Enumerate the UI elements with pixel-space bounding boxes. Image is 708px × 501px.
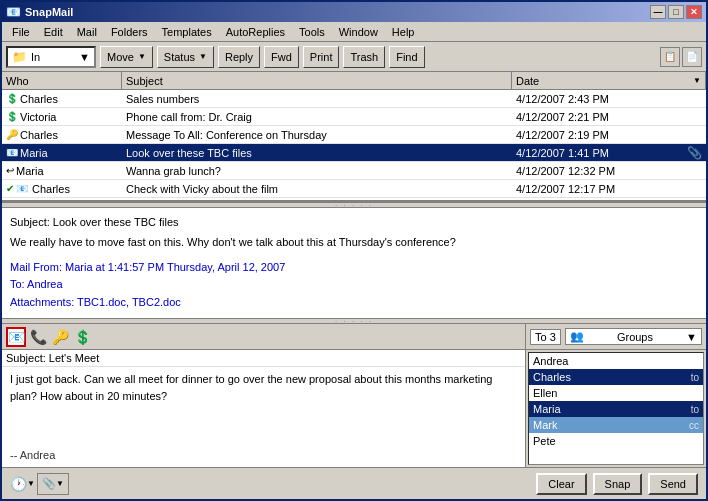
email-row[interactable]: 💲 Charles Sales numbers 4/12/2007 2:43 P… (2, 90, 706, 108)
col-header-date[interactable]: Date ▼ (512, 72, 706, 89)
email-date-1: 4/12/2007 2:43 PM (512, 93, 706, 105)
copy-buttons: 📋 📄 (660, 47, 702, 67)
status-button[interactable]: Status ▼ (157, 46, 214, 68)
recipient-row-ellen[interactable]: Ellen (529, 385, 703, 401)
title-buttons: — □ ✕ (650, 5, 702, 19)
email-subject-5: Wanna grab lunch? (122, 165, 512, 177)
recipient-tag-charles: to (691, 372, 699, 383)
recipient-tag-mark: cc (689, 420, 699, 431)
menu-edit[interactable]: Edit (38, 24, 69, 40)
paperclip-icon: 📎 (42, 477, 56, 490)
folder-dropdown-arrow: ▼ (79, 51, 90, 63)
snap-button[interactable]: Snap (593, 473, 643, 495)
copy-btn-1[interactable]: 📋 (660, 47, 680, 67)
app-icon: 📧 (6, 5, 21, 19)
menu-autoreplies[interactable]: AutoReplies (220, 24, 291, 40)
row-icon-1: 💲 (6, 93, 18, 104)
status-label: Status (164, 51, 195, 63)
groups-dropdown[interactable]: 👥 Groups ▼ (565, 328, 702, 345)
recipient-row-mark[interactable]: Mark cc (529, 417, 703, 433)
print-button[interactable]: Print (303, 46, 340, 68)
groups-label: Groups (617, 331, 653, 343)
menu-templates[interactable]: Templates (156, 24, 218, 40)
compose-body[interactable]: I just got back. Can we all meet for din… (2, 367, 525, 467)
to-badge[interactable]: To 3 (530, 329, 561, 345)
send-button[interactable]: Send (648, 473, 698, 495)
main-window: 📧 SnapMail — □ ✕ File Edit Mail Folders … (0, 0, 708, 501)
menu-tools[interactable]: Tools (293, 24, 331, 40)
app-title: SnapMail (25, 6, 73, 18)
move-button[interactable]: Move ▼ (100, 46, 153, 68)
preview-subject: Subject: Look over these TBC files (10, 216, 698, 228)
email-who-1: 💲 Charles (2, 93, 122, 105)
groups-arrow: ▼ (686, 331, 697, 343)
attach-button[interactable]: 📎 ▼ (37, 473, 69, 495)
row-icon-3: 🔑 (6, 129, 18, 140)
clear-button[interactable]: Clear (536, 473, 586, 495)
schedule-dropdown-arrow: ▼ (27, 479, 35, 488)
fwd-button[interactable]: Fwd (264, 46, 299, 68)
menu-file[interactable]: File (6, 24, 36, 40)
email-row[interactable]: ✔ 📧 Charles Check with Vicky about the f… (2, 180, 706, 198)
who-label: Who (6, 75, 29, 87)
trash-button[interactable]: Trash (343, 46, 385, 68)
compose-right: To 3 👥 Groups ▼ Andrea Charles to (526, 324, 706, 467)
email-subject-1: Sales numbers (122, 93, 512, 105)
title-bar: 📧 SnapMail — □ ✕ (2, 2, 706, 22)
recipients-list[interactable]: Andrea Charles to Ellen Maria to Mark (528, 352, 704, 465)
preview-meta: Mail From: Maria at 1:41:57 PM Thursday,… (10, 259, 698, 312)
row-icon-4: 📧 (6, 147, 18, 158)
sort-arrow: ▼ (693, 76, 701, 85)
recipient-row-andrea[interactable]: Andrea (529, 353, 703, 369)
email-who-4: 📧 Maria (2, 147, 122, 159)
date-label: Date (516, 75, 539, 87)
recipient-tag-maria: to (691, 404, 699, 415)
compose-icon-phone[interactable]: 📞 (28, 327, 48, 347)
compose-icon-email[interactable]: 📧 (6, 327, 26, 347)
reply-button[interactable]: Reply (218, 46, 260, 68)
col-header-subject[interactable]: Subject (122, 72, 512, 89)
maximize-button[interactable]: □ (668, 5, 684, 19)
recipient-row-maria[interactable]: Maria to (529, 401, 703, 417)
preview-attachments: Attachments: TBC1.doc, TBC2.doc (10, 294, 698, 312)
email-list: Who Subject Date ▼ 💲 Charles Sales numbe… (2, 72, 706, 202)
email-date-3: 4/12/2007 2:19 PM (512, 129, 706, 141)
email-row[interactable]: 🔑 Charles Message To All: Conference on … (2, 126, 706, 144)
move-arrow: ▼ (138, 52, 146, 61)
recipient-row-pete[interactable]: Pete (529, 433, 703, 449)
recipients-header: To 3 👥 Groups ▼ (526, 324, 706, 350)
minimize-button[interactable]: — (650, 5, 666, 19)
col-header-who[interactable]: Who (2, 72, 122, 89)
compose-icon-key[interactable]: 🔑 (50, 327, 70, 347)
compose-input-area: Subject: Let's Meet I just got back. Can… (2, 350, 525, 467)
email-row[interactable]: ↩ Maria Wanna grab lunch? 4/12/2007 12:3… (2, 162, 706, 180)
menu-window[interactable]: Window (333, 24, 384, 40)
menu-folders[interactable]: Folders (105, 24, 154, 40)
email-subject-2: Phone call from: Dr. Craig (122, 111, 512, 123)
email-date-4: 4/12/2007 1:41 PM 📎 (512, 146, 706, 160)
schedule-button[interactable]: 🕐 ▼ (10, 473, 35, 495)
email-subject-4: Look over these TBC files (122, 147, 512, 159)
folder-icon: 📁 (12, 50, 27, 64)
bottom-bar: 🕐 ▼ 📎 ▼ Clear Snap Send (2, 467, 706, 499)
email-row[interactable]: 💲 Victoria Phone call from: Dr. Craig 4/… (2, 108, 706, 126)
folder-label: In (31, 51, 40, 63)
bottom-icon-group: 🕐 ▼ 📎 ▼ (10, 473, 69, 495)
find-button[interactable]: Find (389, 46, 424, 68)
folder-dropdown[interactable]: 📁 In ▼ (6, 46, 96, 68)
menu-help[interactable]: Help (386, 24, 421, 40)
email-who-3: 🔑 Charles (2, 129, 122, 141)
compose-toolbar: 📧 📞 🔑 💲 (2, 324, 525, 350)
compose-icon-money[interactable]: 💲 (72, 327, 92, 347)
close-button[interactable]: ✕ (686, 5, 702, 19)
preview-from: Mail From: Maria at 1:41:57 PM Thursday,… (10, 259, 698, 277)
recipient-row-charles[interactable]: Charles to (529, 369, 703, 385)
subject-label: Subject (126, 75, 163, 87)
menu-bar: File Edit Mail Folders Templates AutoRep… (2, 22, 706, 42)
compose-body-text: I just got back. Can we all meet for din… (10, 371, 517, 447)
email-date-6: 4/12/2007 12:17 PM (512, 183, 706, 195)
menu-mail[interactable]: Mail (71, 24, 103, 40)
compose-left: 📧 📞 🔑 💲 Subject: Let's Meet I just got b… (2, 324, 526, 467)
email-row[interactable]: 📧 Maria Look over these TBC files 4/12/2… (2, 144, 706, 162)
copy-btn-2[interactable]: 📄 (682, 47, 702, 67)
